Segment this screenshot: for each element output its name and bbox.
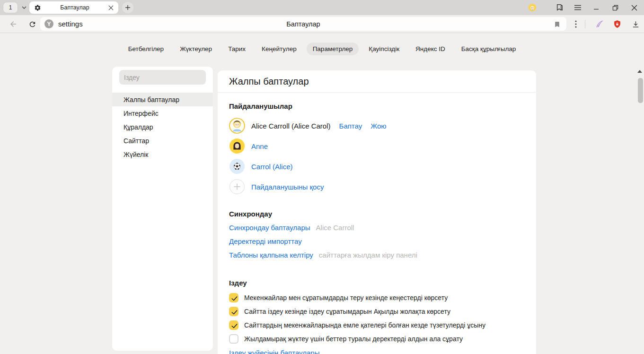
users-list: Alice Carroll (Alice Carol) Баптау Жою: [229, 118, 525, 195]
import-data-link[interactable]: Деректерді импорттау: [229, 237, 302, 245]
tab-title: Баптаулар: [41, 4, 108, 11]
new-tab-button[interactable]: [122, 2, 133, 13]
checkbox-label: Мекенжайлар мен сұратымдарды теру кезінд…: [244, 294, 448, 302]
address-bar[interactable]: Y settings Баптаулар: [40, 17, 566, 31]
toolbar: Y settings Баптаулар: [0, 15, 644, 33]
url-text[interactable]: settings: [58, 17, 83, 31]
checkbox-row: Сайтта іздеу кезінде іздеу сұратымдарын …: [229, 304, 525, 318]
toolbar-divider: [585, 20, 585, 28]
feather-extension-icon[interactable]: [594, 18, 605, 30]
yandex-badge-icon[interactable]: Y: [44, 19, 53, 28]
tab-close-icon[interactable]: [108, 5, 114, 10]
search-engine-settings-link[interactable]: Іздеу жүйесінің баптаулары: [229, 349, 525, 354]
reload-icon[interactable]: [26, 18, 38, 30]
checkbox-spelling-corrections[interactable]: [229, 320, 238, 330]
checkbox-label: Жылдамырақ жүктеу үшін беттер туралы дер…: [244, 335, 463, 343]
nav-tab-bookmarks[interactable]: Бетбелгілер: [122, 43, 170, 55]
checkbox-label: Сайттардың мекенжайларында емле қателері…: [244, 321, 485, 329]
anne-avatar[interactable]: [229, 138, 245, 154]
nav-tab-security[interactable]: Қауіпсіздік: [362, 43, 406, 55]
checkbox-row: Жылдамырақ жүктеу үшін беттер туралы дер…: [229, 332, 525, 345]
add-user-plus-icon[interactable]: [229, 179, 245, 195]
tab-counter-value: 1: [9, 4, 12, 11]
restore-window-button[interactable]: [609, 2, 621, 13]
user-delete-link[interactable]: Жою: [371, 122, 386, 130]
chevron-down-icon[interactable]: [19, 2, 29, 13]
tab-counter-button[interactable]: 1: [3, 2, 18, 13]
nav-tab-extensions[interactable]: Кеңейтулер: [256, 43, 303, 55]
sidebar-item-interface[interactable]: Интерфейс: [112, 106, 213, 120]
user-configure-link[interactable]: Баптау: [339, 122, 362, 130]
tab-strip: 1 Баптаулар: [0, 0, 644, 15]
add-user-row: Пайдаланушыны қосу: [229, 179, 525, 195]
settings-page: Бетбелгілер Жүктеулер Тарих Кеңейтулер П…: [0, 33, 644, 354]
settings-nav-tabs: Бетбелгілер Жүктеулер Тарих Кеңейтулер П…: [0, 43, 644, 55]
nav-tab-yandex-id[interactable]: Яндекс ID: [409, 43, 451, 55]
search-input[interactable]: [119, 70, 206, 85]
browser-tab[interactable]: Баптаулар: [29, 1, 118, 14]
sidebar-item-sites[interactable]: Сайттар: [112, 134, 213, 147]
nav-tab-other-devices[interactable]: Басқа құрылғылар: [455, 43, 522, 55]
checkbox-site-search-smartbar[interactable]: [229, 307, 238, 316]
checkbox-show-suggestions[interactable]: [229, 293, 238, 302]
sidebar-item-general[interactable]: Жалпы баптаулар: [112, 93, 213, 106]
settings-main-card: Жалпы баптаулар Пайдаланушылар: [218, 70, 536, 354]
user-name-link[interactable]: Anne: [251, 142, 268, 150]
hamburger-menu-icon[interactable]: [572, 2, 583, 13]
minimize-button[interactable]: [591, 2, 602, 13]
nav-tab-downloads[interactable]: Жүктеулер: [174, 43, 218, 55]
sync-row: Деректерді импорттау: [229, 234, 525, 248]
close-window-button[interactable]: [628, 2, 640, 13]
sync-row: Таблоны қалпына келтіру сайттарға жылдам…: [229, 248, 525, 262]
scrollbar-thumb[interactable]: [638, 78, 643, 103]
checkbox-row: Сайттардың мекенжайларында емле қателері…: [229, 318, 525, 332]
gear-icon: [34, 4, 41, 11]
user-row: Carrol (Alice): [229, 158, 525, 174]
collections-bookmarks-icon[interactable]: [554, 2, 565, 13]
shield-lock-protect-icon[interactable]: [611, 18, 623, 30]
restore-tableau-link[interactable]: Таблоны қалпына келтіру: [229, 251, 313, 259]
nav-tab-history[interactable]: Тарих: [222, 43, 252, 55]
kebab-menu-icon[interactable]: [570, 18, 582, 30]
nav-tab-settings[interactable]: Параметрлер: [307, 43, 359, 55]
download-icon[interactable]: [630, 18, 641, 30]
checkbox-prefetch-pages[interactable]: [229, 334, 238, 344]
soccer-ball-avatar[interactable]: [229, 158, 245, 174]
add-user-link[interactable]: Пайдаланушыны қосу: [251, 183, 324, 191]
user-row: Alice Carroll (Alice Carol) Баптау Жою: [229, 118, 525, 134]
page-title: Жалпы баптаулар: [218, 70, 536, 93]
sync-row: Синхрондау баптаулары Alice Carroll: [229, 221, 525, 234]
sync-account-note: Alice Carroll: [316, 224, 354, 232]
user-row: Anne: [229, 138, 525, 154]
checkbox-label: Сайтта іздеу кезінде іздеу сұратымдарын …: [244, 308, 450, 315]
user-name-link[interactable]: Carrol (Alice): [251, 163, 293, 171]
sidebar-item-system[interactable]: Жүйелік: [112, 147, 213, 161]
sync-section-heading: Синхрондау: [229, 210, 525, 218]
scrollbar-up-arrow[interactable]: [637, 70, 642, 73]
back-arrow-icon[interactable]: [8, 18, 19, 30]
users-section-heading: Пайдаланушылар: [229, 102, 525, 111]
tableau-note: сайттарға жылдам кіру панелі: [319, 251, 417, 259]
checkbox-row: Мекенжайлар мен сұратымдарды теру кезінд…: [229, 291, 525, 304]
alice-avatar[interactable]: [229, 118, 245, 134]
search-section-heading: Іздеу: [229, 279, 525, 287]
profile-avatar[interactable]: [527, 2, 538, 13]
sidebar-list: Жалпы баптаулар Интерфейс Құралдар Сайтт…: [112, 93, 213, 161]
bookmark-flag-icon[interactable]: [551, 18, 563, 30]
settings-sidebar: Жалпы баптаулар Интерфейс Құралдар Сайтт…: [112, 67, 213, 351]
address-page-title: Баптаулар: [40, 17, 566, 31]
sidebar-item-tools[interactable]: Құралдар: [112, 120, 213, 134]
user-name: Alice Carroll (Alice Carol): [251, 122, 331, 130]
sync-settings-link[interactable]: Синхрондау баптаулары: [229, 224, 310, 232]
